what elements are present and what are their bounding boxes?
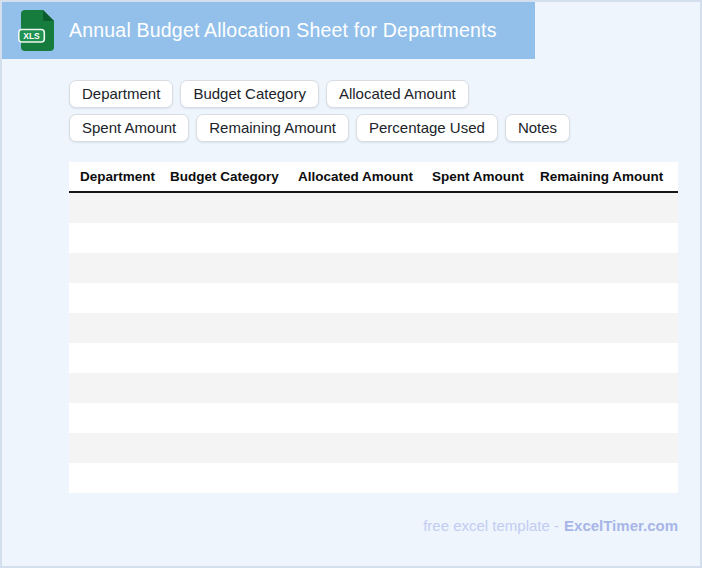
table-cell <box>534 313 678 343</box>
table-cell <box>534 343 678 373</box>
footer-brand-link[interactable]: ExcelTimer.com <box>564 517 678 534</box>
table-cell <box>292 373 426 403</box>
table-cell <box>69 433 164 463</box>
column-header-allocated-amount: Allocated Amount <box>292 169 426 184</box>
table-cell <box>534 403 678 433</box>
table-header-row: DepartmentBudget CategoryAllocated Amoun… <box>69 162 678 193</box>
table-row <box>69 343 678 373</box>
table-cell <box>292 193 426 223</box>
table-row <box>69 223 678 253</box>
field-tag-budget-category[interactable]: Budget Category <box>180 80 319 108</box>
table-cell <box>426 343 534 373</box>
table-row <box>69 313 678 343</box>
column-header-budget-category: Budget Category <box>164 169 292 184</box>
table-cell <box>426 253 534 283</box>
field-tag-allocated-amount[interactable]: Allocated Amount <box>326 80 469 108</box>
page: XLS Annual Budget Allocation Sheet for D… <box>0 0 702 568</box>
table-cell <box>69 283 164 313</box>
table-cell <box>69 373 164 403</box>
table-cell <box>69 253 164 283</box>
table-cell <box>292 313 426 343</box>
table-cell <box>426 193 534 223</box>
table-cell <box>292 223 426 253</box>
page-title: Annual Budget Allocation Sheet for Depar… <box>69 19 497 42</box>
table-cell <box>164 463 292 493</box>
table-cell <box>534 283 678 313</box>
table-cell <box>164 343 292 373</box>
table-cell <box>292 433 426 463</box>
table-row <box>69 253 678 283</box>
column-header-remaining-amount: Remaining Amount <box>534 169 678 184</box>
table-cell <box>164 433 292 463</box>
table-cell <box>426 403 534 433</box>
table-cell <box>164 253 292 283</box>
table-cell <box>292 283 426 313</box>
footer: free excel template -ExcelTimer.com <box>423 516 678 536</box>
table-body <box>69 193 678 493</box>
field-tag-percentage-used[interactable]: Percentage Used <box>356 114 498 142</box>
xls-file-icon: XLS <box>18 9 55 52</box>
table-cell <box>69 223 164 253</box>
table-cell <box>292 253 426 283</box>
budget-table: DepartmentBudget CategoryAllocated Amoun… <box>69 162 678 493</box>
table-cell <box>426 223 534 253</box>
table-cell <box>164 403 292 433</box>
table-cell <box>164 223 292 253</box>
field-tag-remaining-amount[interactable]: Remaining Amount <box>196 114 349 142</box>
column-header-department: Department <box>69 169 164 184</box>
table-cell <box>164 193 292 223</box>
table-cell <box>426 463 534 493</box>
table-cell <box>69 403 164 433</box>
table-row <box>69 463 678 493</box>
field-tags: DepartmentBudget CategoryAllocated Amoun… <box>69 80 585 142</box>
table-cell <box>534 253 678 283</box>
table-cell <box>69 463 164 493</box>
table-row <box>69 373 678 403</box>
field-tag-notes[interactable]: Notes <box>505 114 570 142</box>
table-row <box>69 193 678 223</box>
footer-text: free excel template - <box>423 517 559 534</box>
field-tag-department[interactable]: Department <box>69 80 173 108</box>
table-cell <box>69 343 164 373</box>
table-cell <box>292 403 426 433</box>
column-header-spent-amount: Spent Amount <box>426 169 534 184</box>
table-row <box>69 283 678 313</box>
table-cell <box>426 283 534 313</box>
table-cell <box>534 223 678 253</box>
table-cell <box>292 463 426 493</box>
table-cell <box>69 313 164 343</box>
header-band: XLS Annual Budget Allocation Sheet for D… <box>2 2 535 59</box>
table-cell <box>69 193 164 223</box>
table-cell <box>534 433 678 463</box>
table-cell <box>426 433 534 463</box>
table-cell <box>534 373 678 403</box>
table-row <box>69 403 678 433</box>
table-row <box>69 433 678 463</box>
table-cell <box>164 313 292 343</box>
table-cell <box>292 343 426 373</box>
table-cell <box>164 283 292 313</box>
table-cell <box>426 313 534 343</box>
table-cell <box>534 193 678 223</box>
field-tag-spent-amount[interactable]: Spent Amount <box>69 114 189 142</box>
xls-icon-label: XLS <box>23 31 40 41</box>
table-cell <box>426 373 534 403</box>
table-cell <box>164 373 292 403</box>
table-cell <box>534 463 678 493</box>
